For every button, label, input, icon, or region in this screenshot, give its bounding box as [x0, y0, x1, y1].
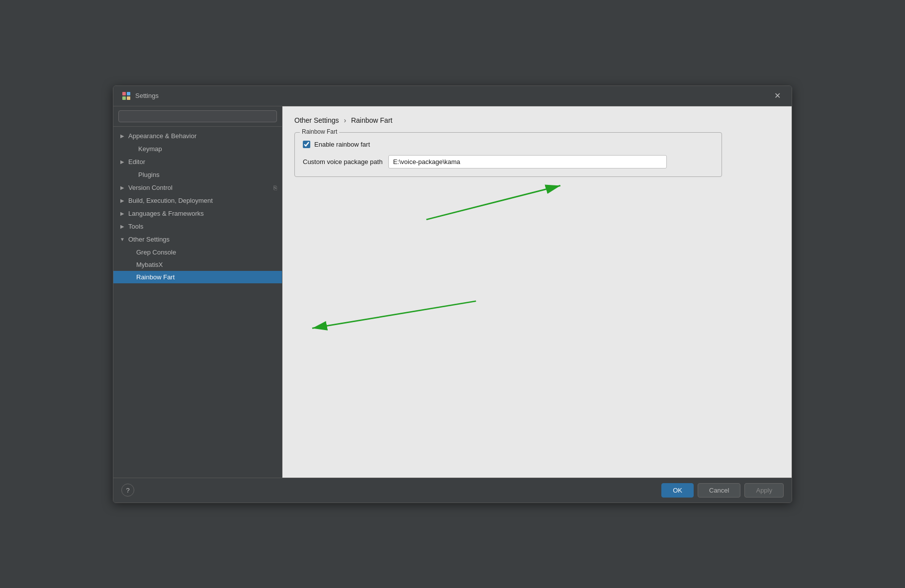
settings-dialog: Settings ✕ 🔍 ▶ Appearance & Behavior Key [113, 85, 792, 503]
enable-checkbox[interactable] [303, 141, 310, 148]
main-panel: Other Settings › Rainbow Fart Rainbow Fa… [282, 106, 792, 478]
nav-list: ▶ Appearance & Behavior Keymap ▶ Editor … [113, 127, 282, 478]
sidebar-item-languages[interactable]: ▶ Languages & Frameworks [113, 207, 282, 220]
chevron-right-icon: ▶ [118, 223, 126, 231]
svg-rect-2 [122, 96, 126, 100]
sidebar-item-label: Appearance & Behavior [128, 132, 196, 140]
chevron-down-icon: ▼ [118, 236, 126, 244]
footer: ? OK Cancel Apply [113, 478, 792, 503]
apply-button[interactable]: Apply [744, 483, 784, 498]
sidebar-item-label: MybatisX [136, 261, 163, 268]
svg-rect-1 [127, 92, 130, 95]
sidebar-item-rainbow-fart[interactable]: Rainbow Fart [113, 271, 282, 283]
search-area: 🔍 [113, 106, 282, 127]
ok-button[interactable]: OK [661, 483, 694, 498]
sidebar-item-label: Other Settings [128, 236, 170, 243]
sidebar-item-build[interactable]: ▶ Build, Execution, Deployment [113, 194, 282, 207]
breadcrumb-current: Rainbow Fart [351, 116, 392, 124]
chevron-none [128, 171, 136, 179]
sidebar-item-label: Plugins [138, 171, 160, 178]
sidebar-item-mybatisx[interactable]: MybatisX [113, 258, 282, 271]
sidebar-item-label: Rainbow Fart [136, 273, 175, 281]
breadcrumb: Other Settings › Rainbow Fart [294, 116, 780, 124]
sidebar-item-label: Build, Execution, Deployment [128, 197, 213, 204]
sidebar-item-label: Editor [128, 158, 145, 166]
rainbow-fart-group: Rainbow Fart Enable rainbow fart Custom … [294, 132, 722, 177]
sidebar-item-editor[interactable]: ▶ Editor [113, 156, 282, 168]
content-area: 🔍 ▶ Appearance & Behavior Keymap ▶ Edito… [113, 106, 792, 478]
sidebar-item-label: Grep Console [136, 249, 176, 256]
main-panel-wrapper: Other Settings › Rainbow Fart Rainbow Fa… [282, 106, 792, 478]
help-button[interactable]: ? [121, 484, 134, 497]
sidebar-item-label: Keymap [138, 145, 162, 153]
sidebar-item-other-settings[interactable]: ▼ Other Settings [113, 233, 282, 246]
chevron-right-icon: ▶ [118, 184, 126, 192]
chevron-none [128, 145, 136, 153]
window-title: Settings [135, 92, 159, 99]
cancel-button[interactable]: Cancel [698, 483, 740, 498]
sidebar-item-appearance[interactable]: ▶ Appearance & Behavior [113, 130, 282, 143]
sidebar: 🔍 ▶ Appearance & Behavior Keymap ▶ Edito… [113, 106, 282, 478]
path-row: Custom voice package path [303, 155, 714, 168]
search-wrap: 🔍 [118, 110, 277, 122]
breadcrumb-separator: › [344, 116, 346, 124]
sidebar-item-keymap[interactable]: Keymap [113, 143, 282, 156]
title-bar: Settings ✕ [113, 86, 792, 106]
footer-left: ? [121, 484, 134, 497]
footer-right: OK Cancel Apply [661, 483, 784, 498]
close-button[interactable]: ✕ [771, 91, 784, 101]
sidebar-item-plugins[interactable]: Plugins [113, 168, 282, 181]
chevron-right-icon: ▶ [118, 197, 126, 205]
breadcrumb-parent: Other Settings [294, 116, 339, 124]
chevron-right-icon: ▶ [118, 210, 126, 218]
sidebar-item-grep-console[interactable]: Grep Console [113, 246, 282, 258]
main-content: Other Settings › Rainbow Fart Rainbow Fa… [282, 106, 792, 478]
sidebar-item-label: Version Control [128, 184, 173, 191]
chevron-right-icon: ▶ [118, 158, 126, 166]
group-title: Rainbow Fart [300, 128, 339, 135]
chevron-right-icon: ▶ [118, 132, 126, 140]
sidebar-item-tools[interactable]: ▶ Tools [113, 220, 282, 233]
svg-rect-0 [122, 92, 126, 95]
sidebar-item-label: Languages & Frameworks [128, 210, 204, 217]
enable-checkbox-row: Enable rainbow fart [303, 141, 714, 148]
copy-icon: ⎘ [273, 184, 277, 191]
sidebar-item-label: Tools [128, 223, 143, 230]
enable-label: Enable rainbow fart [314, 141, 370, 148]
path-label: Custom voice package path [303, 158, 382, 166]
search-input[interactable] [118, 110, 277, 122]
path-input[interactable] [388, 155, 667, 168]
app-icon [121, 91, 131, 101]
svg-rect-3 [127, 96, 130, 100]
sidebar-item-version-control[interactable]: ▶ Version Control ⎘ [113, 181, 282, 194]
title-bar-left: Settings [121, 91, 159, 101]
